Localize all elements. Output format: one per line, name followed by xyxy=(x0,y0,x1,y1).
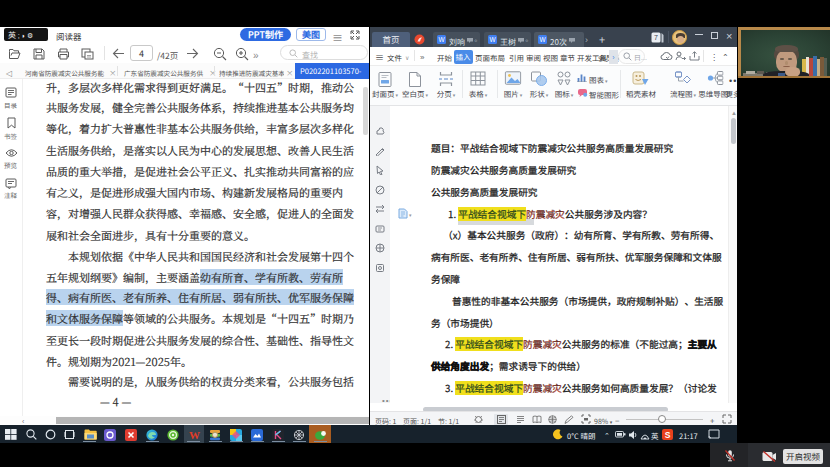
svg-text:W: W xyxy=(539,36,546,43)
svg-text:W: W xyxy=(489,36,496,43)
svg-text:S: S xyxy=(665,429,671,439)
svg-text:7: 7 xyxy=(654,34,658,41)
svg-text:W: W xyxy=(438,36,445,43)
svg-text:W: W xyxy=(189,429,200,441)
